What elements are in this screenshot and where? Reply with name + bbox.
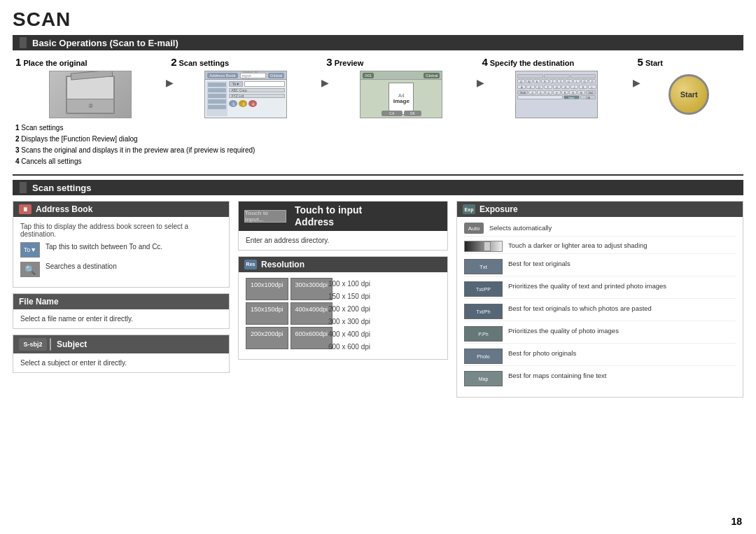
exposure-slider[interactable] [464, 241, 503, 252]
address-book-row-to: To▼ Tap this to switch between To and Cc… [20, 242, 222, 258]
photo-text: Best for photo originals [508, 349, 576, 358]
resolution-list: 100 x 100 dpi 150 x 150 dpi 200 x 200 dp… [328, 278, 370, 353]
res-btn-600[interactable]: 600x600dpi [290, 327, 333, 349]
search-icon: 🔍 [20, 262, 40, 277]
step-5: 5 Start Start [635, 56, 743, 115]
file-name-card: File Name Select a file name or enter it… [13, 293, 230, 329]
to-text: Tap this to switch between To and Cc. [46, 242, 162, 252]
step-4-image: Q W E R T Y U I O P A [515, 71, 598, 118]
file-name-body: Select a file name or enter it directly. [13, 309, 229, 328]
step-3-image: 001 Global A4 Image CA OK [360, 71, 442, 118]
subject-header: S-sbj2 Subject [13, 335, 229, 353]
subject-body: Select a subject or enter it directly. [13, 353, 229, 372]
resolution-card: Res Resolution 100x100dpi 300x300dpi 150… [238, 256, 448, 360]
txt-printed-icon: Txt/PP [464, 281, 503, 297]
res-btn-400[interactable]: 400x400dpi [290, 302, 333, 325]
exposure-row-txt-photo: Txt/Ph Best for text originals to which … [464, 302, 736, 321]
exposure-auto-row: Auto Selects automatically [464, 223, 736, 237]
txt-photo-text: Best for text originals to which photos … [508, 304, 652, 313]
step-annotations: 1 Scan settings 2 Displays the [Function… [13, 122, 743, 167]
res-btn-200[interactable]: 200x200dpi [246, 327, 288, 349]
scan-settings-mid-col: Touch to input... Touch to input Address… [238, 201, 448, 398]
step-1: 1 Place the original ② [13, 56, 168, 118]
res-list-item: 100 x 100 dpi [328, 278, 370, 290]
auto-badge: Auto [464, 223, 484, 234]
map-text: Best for maps containing fine text [508, 371, 606, 380]
step-2-image: Address Book Touch to input Address Glob… [204, 71, 287, 118]
res-btn-100[interactable]: 100x100dpi [246, 278, 288, 300]
resolution-header: Res Resolution [239, 257, 447, 272]
start-button-illustration: Start [668, 74, 709, 115]
subject-input-box [50, 338, 51, 351]
exposure-row-photo: Photo Best for photo originals [464, 347, 736, 366]
basic-operations-section: Basic Operations (Scan to E-mail) 1 Plac… [13, 35, 743, 167]
res-list-item: 300 x 300 dpi [328, 316, 370, 328]
resolution-body: 100x100dpi 300x300dpi 150x150dpi 400x400… [239, 272, 447, 359]
file-name-desc: Select a file name or enter it directly. [20, 315, 222, 323]
address-book-card: 📋 Address Book Tap this to display the a… [13, 201, 230, 288]
printed-photo-icon: P.Ph [464, 326, 503, 342]
address-book-icon: 📋 [19, 204, 31, 214]
scan-settings-grid: 📋 Address Book Tap this to display the a… [13, 201, 743, 398]
touch-to-input-header: Touch to input... Touch to input Address [239, 202, 447, 231]
basic-ops-header: Basic Operations (Scan to E-mail) [13, 35, 743, 50]
resolution-icon: Res [244, 260, 257, 269]
res-list-item: 400 x 400 dpi [328, 328, 370, 341]
step-3: 3 Preview 001 Global A4 Image [323, 56, 479, 118]
touch-to-input-card: Touch to input... Touch to input Address… [238, 201, 448, 251]
slider-handle[interactable] [484, 241, 491, 251]
scan-settings-header: Scan settings [13, 180, 743, 195]
file-name-header: File Name [13, 294, 229, 309]
scan-settings-section: Scan settings 📋 Address Book Tap this to… [13, 180, 743, 398]
exposure-slider-row: Touch a darker or lighter area to adjust… [464, 239, 736, 254]
touch-to-input-desc: Enter an address directory. [246, 237, 440, 244]
res-btn-300[interactable]: 300x300dpi [290, 278, 333, 300]
map-icon: Map [464, 371, 503, 386]
selects-auto-text: Selects automatically [489, 223, 552, 232]
res-list-item: 150 x 150 dpi [328, 290, 370, 303]
exposure-card: Exp Exposure Auto Selects automatically [456, 201, 743, 398]
to-icon: To▼ [20, 242, 40, 258]
step-4: 4 Specify the destination Q W E [479, 56, 634, 118]
txt-icon: Txt [464, 259, 503, 274]
step-2: 2 Scan settings Address Book Touch to in… [168, 56, 323, 118]
res-list-item: 600 x 600 dpi [328, 341, 370, 353]
exposure-header: Exp Exposure [457, 202, 743, 217]
exposure-body: Auto Selects automatically Touch a darke… [457, 217, 743, 397]
address-book-desc: Tap this to display the address book scr… [20, 223, 222, 238]
subject-card: S-sbj2 Subject Select a subject or enter… [13, 335, 230, 373]
exposure-row-map: Map Best for maps containing fine text [464, 370, 736, 388]
address-book-body: Tap this to display the address book scr… [13, 217, 229, 287]
printed-photo-text: Prioritizes the quality of photo images [508, 326, 619, 335]
txt-photo-icon: Txt/Ph [464, 304, 503, 319]
touch-to-input-title-line1: Touch to input [295, 204, 362, 216]
res-list-item: 200 x 200 dpi [328, 303, 370, 316]
scan-settings-right-col: Exp Exposure Auto Selects automatically [456, 201, 743, 398]
res-btn-150[interactable]: 150x150dpi [246, 302, 288, 325]
page-title: SCAN [13, 8, 743, 31]
steps-row: 1 Place the original ② 2 [13, 56, 743, 118]
address-book-header: 📋 Address Book [13, 202, 229, 217]
exposure-row-printed-photo: P.Ph Prioritizes the quality of photo im… [464, 325, 736, 344]
txt-text: Best for text originals [508, 259, 570, 268]
subject-label-box: S-sbj2 [19, 338, 47, 351]
subject-desc: Select a subject or enter it directly. [20, 359, 222, 367]
exposure-row-txt-printed: Txt/PP Prioritizes the quality of text a… [464, 280, 736, 299]
exposure-icon: Exp [463, 204, 475, 214]
page-number: 18 [731, 516, 742, 527]
touch-to-input-body: Enter an address directory. [239, 231, 447, 250]
txt-printed-text: Prioritizes the quality of text and prin… [508, 281, 666, 290]
slider-desc: Touch a darker or lighter area to adjust… [508, 241, 648, 250]
exposure-row-text: Txt Best for text originals [464, 258, 736, 276]
touch-to-input-title-line2: Address [295, 216, 362, 228]
step-1-image: ② [49, 71, 132, 118]
resolution-buttons: 100x100dpi 300x300dpi 150x150dpi 400x400… [246, 278, 323, 349]
scan-settings-left-col: 📋 Address Book Tap this to display the a… [13, 201, 230, 398]
photo-icon: Photo [464, 349, 503, 364]
resolution-content: 100x100dpi 300x300dpi 150x150dpi 400x400… [246, 278, 440, 353]
address-book-row-search: 🔍 Searches a destination [20, 262, 222, 277]
search-text: Searches a destination [46, 262, 117, 272]
touch-input-preview: Touch to input... [244, 210, 286, 223]
